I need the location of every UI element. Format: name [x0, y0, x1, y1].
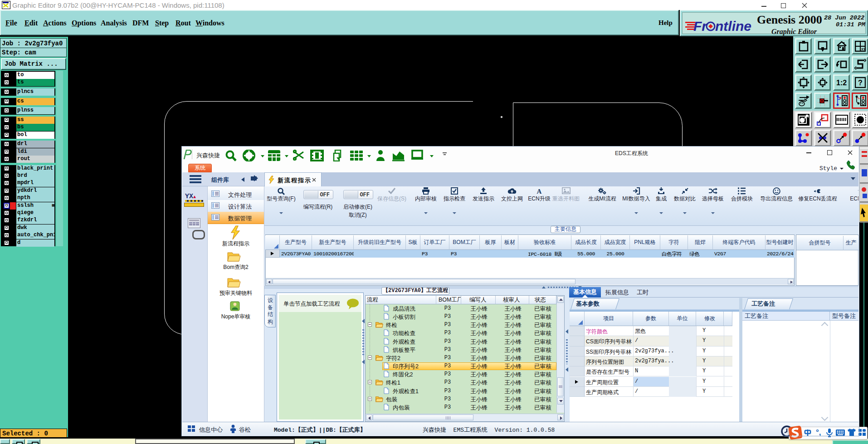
svg-text:Fr: Fr	[693, 19, 708, 34]
svg-text:ntline: ntline	[715, 19, 751, 34]
svg-text:XY: XY	[861, 48, 866, 51]
svg-text:?: ?	[858, 79, 863, 87]
svg-text:1:2: 1:2	[836, 79, 847, 87]
